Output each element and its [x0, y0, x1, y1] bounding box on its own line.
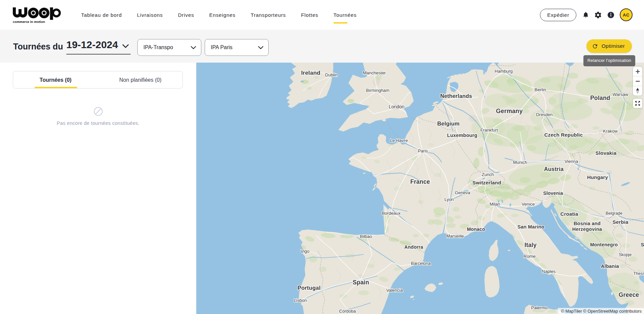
svg-text:Dublin: Dublin	[325, 72, 338, 77]
svg-text:Venice: Venice	[521, 202, 535, 207]
svg-text:Lisbon: Lisbon	[294, 298, 307, 303]
svg-text:Warsaw: Warsaw	[613, 92, 629, 97]
svg-text:Sofia: Sofia	[641, 242, 644, 247]
svg-text:Lyon: Lyon	[444, 197, 454, 202]
svg-text:Córdoba: Córdoba	[339, 309, 356, 314]
svg-text:Herzegovina: Herzegovina	[572, 226, 602, 232]
svg-text:Hungary: Hungary	[587, 174, 608, 180]
svg-text:Krakow: Krakow	[603, 129, 618, 134]
svg-text:Serbia: Serbia	[612, 219, 629, 225]
svg-text:Barcelona: Barcelona	[411, 261, 431, 266]
svg-text:Czech Republic: Czech Republic	[544, 132, 583, 138]
svg-text:Greece: Greece	[619, 291, 639, 298]
svg-text:Manchester: Manchester	[363, 70, 386, 75]
svg-text:Rome: Rome	[523, 254, 536, 259]
svg-text:Skopje: Skopje	[619, 252, 632, 257]
svg-text:Valencia: Valencia	[386, 288, 403, 293]
svg-text:Luxembourg: Luxembourg	[447, 133, 477, 138]
svg-text:Spain: Spain	[353, 279, 369, 286]
svg-text:Portugal: Portugal	[298, 285, 321, 291]
svg-text:Monaco: Monaco	[467, 226, 485, 232]
svg-text:Albania: Albania	[601, 264, 619, 269]
svg-text:Bordeaux: Bordeaux	[382, 211, 401, 216]
svg-text:Vigo: Vigo	[301, 249, 309, 254]
svg-text:Vienna: Vienna	[565, 159, 578, 164]
svg-text:Germany: Germany	[496, 108, 522, 114]
svg-text:Dresden: Dresden	[536, 112, 552, 117]
svg-text:Le Havre: Le Havre	[390, 138, 408, 143]
svg-text:Milan: Milan	[489, 202, 500, 207]
svg-text:Bilbao: Bilbao	[360, 234, 372, 239]
svg-text:Switzerland: Switzerland	[472, 180, 501, 185]
svg-text:France: France	[410, 178, 430, 185]
svg-text:Palermo: Palermo	[531, 305, 547, 310]
svg-text:commerce in motion: commerce in motion	[13, 20, 45, 24]
svg-text:Berlin: Berlin	[535, 87, 546, 92]
svg-text:Netherlands: Netherlands	[440, 93, 472, 99]
svg-text:Poland: Poland	[590, 95, 610, 101]
svg-text:San Marino: San Marino	[517, 224, 544, 230]
svg-text:Belgium: Belgium	[437, 120, 460, 127]
svg-text:Birmingham: Birmingham	[366, 88, 389, 93]
svg-text:Zurich: Zurich	[482, 172, 494, 177]
svg-text:Bosnia and: Bosnia and	[574, 221, 601, 226]
svg-text:Slovenia: Slovenia	[543, 190, 563, 196]
svg-text:Marseille: Marseille	[446, 234, 464, 239]
svg-text:Thessalon: Thessalon	[633, 271, 644, 276]
svg-text:Frankfurt: Frankfurt	[480, 128, 498, 133]
svg-text:Paris: Paris	[418, 148, 428, 153]
svg-text:Austria: Austria	[544, 166, 564, 172]
svg-text:Munich: Munich	[513, 160, 527, 165]
svg-text:Hamburg: Hamburg	[495, 69, 512, 74]
svg-text:Belgrade: Belgrade	[606, 211, 622, 216]
svg-text:Naples: Naples	[542, 269, 556, 274]
svg-text:Montenegro: Montenegro	[590, 242, 618, 247]
svg-text:Croatia: Croatia	[560, 211, 578, 217]
svg-text:London: London	[389, 104, 405, 109]
svg-text:Geneva: Geneva	[455, 190, 470, 195]
svg-text:Italy: Italy	[524, 242, 537, 248]
svg-text:Slovakia: Slovakia	[596, 150, 617, 156]
svg-text:Andorra: Andorra	[404, 244, 423, 250]
svg-text:Ireland: Ireland	[301, 70, 320, 76]
